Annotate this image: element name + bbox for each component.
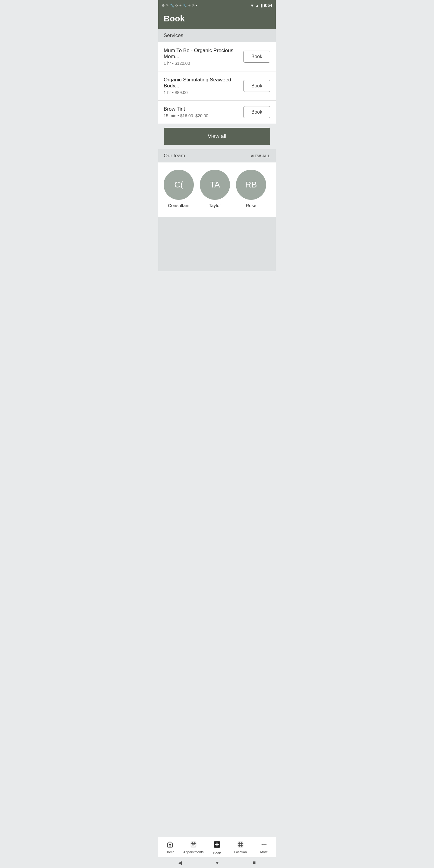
service-duration: 1 hr bbox=[164, 90, 171, 95]
team-member-consultant[interactable]: C( Consultant bbox=[164, 170, 194, 208]
battery-icon: ▮ bbox=[260, 3, 262, 8]
empty-space bbox=[158, 217, 276, 271]
avatar-rose: RB bbox=[236, 170, 266, 200]
team-section-header: Our team VIEW ALL bbox=[158, 149, 276, 162]
service-price: $120.00 bbox=[175, 61, 190, 66]
status-time: 9:54 bbox=[264, 3, 272, 8]
settings-icon: ⚙ bbox=[162, 4, 165, 7]
circle-icon: ◎ bbox=[192, 4, 195, 7]
services-section-header: Services bbox=[158, 29, 276, 42]
sync-icon-2: ⟳ bbox=[179, 4, 181, 7]
service-separator: • bbox=[178, 113, 180, 118]
service-separator: • bbox=[172, 61, 175, 66]
avatar-initials: C( bbox=[174, 180, 183, 190]
service-item: Organic Stimulating Seaweed Body... 1 hr… bbox=[158, 71, 276, 101]
services-list: Mum To Be - Organic Precious Mom... 1 hr… bbox=[158, 42, 276, 124]
book-button-3[interactable]: Book bbox=[243, 106, 270, 118]
member-name-rose: Rose bbox=[246, 203, 256, 208]
service-name: Organic Stimulating Seaweed Body... bbox=[164, 77, 239, 89]
avatar-initials: TA bbox=[210, 180, 220, 190]
book-button-1[interactable]: Book bbox=[243, 51, 270, 63]
square-icon: ▪ bbox=[196, 4, 197, 7]
service-item: Mum To Be - Organic Precious Mom... 1 hr… bbox=[158, 42, 276, 71]
wifi-icon: ▼ bbox=[250, 3, 254, 8]
tool-icon-1: 🔧 bbox=[170, 4, 174, 7]
team-member-taylor[interactable]: TA Taylor bbox=[200, 170, 230, 208]
status-icons-left: ⚙ ✎ 🔧 ⟳ ⟳ 🔧 ⟳ ◎ ▪ bbox=[162, 4, 197, 7]
edit-icon: ✎ bbox=[166, 4, 169, 7]
service-duration: 1 hr bbox=[164, 61, 171, 66]
services-label: Services bbox=[164, 33, 183, 38]
sync-icon-1: ⟳ bbox=[176, 4, 178, 7]
page-header: Book bbox=[158, 11, 276, 29]
service-info: Brow Tint 15 min • $16.00–$20.00 bbox=[164, 106, 243, 118]
avatar-initials: RB bbox=[245, 180, 257, 190]
service-separator: • bbox=[172, 90, 175, 95]
status-icons-right: ▼ ▲ ▮ 9:54 bbox=[250, 3, 272, 8]
avatar-taylor: TA bbox=[200, 170, 230, 200]
service-name: Brow Tint bbox=[164, 106, 239, 112]
book-button-2[interactable]: Book bbox=[243, 80, 270, 92]
team-view-all-button[interactable]: VIEW ALL bbox=[250, 154, 270, 158]
service-item: Brow Tint 15 min • $16.00–$20.00 Book bbox=[158, 101, 276, 124]
avatar-consultant: C( bbox=[164, 170, 194, 200]
view-all-button[interactable]: View all bbox=[164, 128, 270, 145]
service-meta: 1 hr • $120.00 bbox=[164, 61, 239, 66]
service-price: $16.00–$20.00 bbox=[180, 113, 208, 118]
tool-icon-2: 🔧 bbox=[183, 4, 187, 7]
signal-icon: ▲ bbox=[255, 3, 259, 8]
member-name-consultant: Consultant bbox=[168, 203, 190, 208]
service-duration: 15 min bbox=[164, 113, 176, 118]
team-member-rose[interactable]: RB Rose bbox=[236, 170, 266, 208]
service-meta: 1 hr • $89.00 bbox=[164, 90, 239, 95]
service-name: Mum To Be - Organic Precious Mom... bbox=[164, 48, 239, 60]
service-meta: 15 min • $16.00–$20.00 bbox=[164, 113, 239, 118]
service-info: Organic Stimulating Seaweed Body... 1 hr… bbox=[164, 77, 243, 95]
view-all-container: View all bbox=[158, 124, 276, 149]
page-title: Book bbox=[164, 14, 270, 24]
status-bar: ⚙ ✎ 🔧 ⟳ ⟳ 🔧 ⟳ ◎ ▪ ▼ ▲ ▮ 9:54 bbox=[158, 0, 276, 11]
sync-icon-3: ⟳ bbox=[188, 4, 190, 7]
team-container: C( Consultant TA Taylor RB Rose bbox=[158, 162, 276, 217]
team-section-label: Our team bbox=[164, 153, 185, 159]
service-info: Mum To Be - Organic Precious Mom... 1 hr… bbox=[164, 48, 243, 66]
member-name-taylor: Taylor bbox=[209, 203, 221, 208]
service-price: $89.00 bbox=[175, 90, 188, 95]
